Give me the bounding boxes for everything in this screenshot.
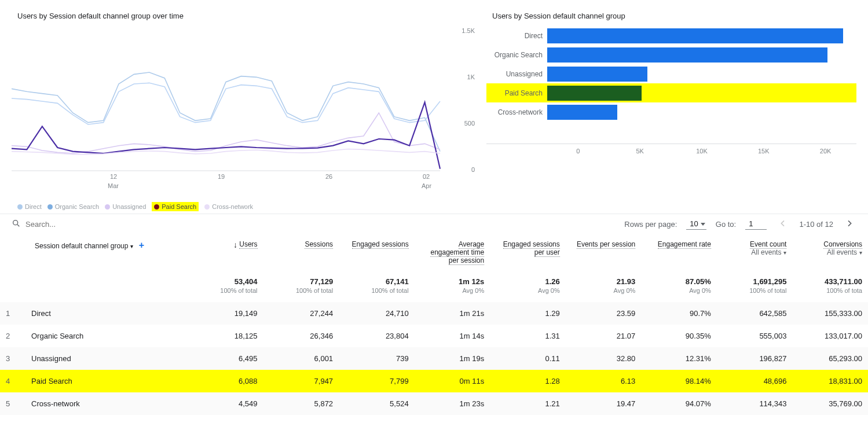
bar-xaxis-tick: 10K <box>671 148 733 155</box>
prev-page-button[interactable] <box>776 219 790 230</box>
y-tick-500: 500 <box>464 120 475 127</box>
goto-label: Go to: <box>716 220 736 229</box>
bar-chart: DirectOrganic SearchUnassignedPaid Searc… <box>486 26 856 155</box>
rows-per-page-select[interactable]: 10 <box>686 219 706 230</box>
line-chart-title: Users by Session default channel group o… <box>17 12 475 20</box>
bar-row-direct[interactable]: Direct <box>486 26 856 45</box>
col-conversions[interactable]: Conversions All events ▾ <box>792 234 868 270</box>
total-eps: 21.93 <box>566 270 642 287</box>
bar-label: Paid Search <box>486 89 547 97</box>
search-icon <box>12 219 21 230</box>
goto-input[interactable]: 1 <box>745 219 767 230</box>
total-users: 53,404 <box>188 270 263 287</box>
bar <box>547 28 843 43</box>
x-tick-02-sub: Apr <box>422 182 431 189</box>
col-engaged-sessions[interactable]: Engaged sessions <box>339 234 415 270</box>
bar-row-organic-search[interactable]: Organic Search <box>486 45 856 64</box>
bar-xaxis-tick: 0 <box>547 148 609 155</box>
total-conv: 433,711.00 <box>792 270 868 287</box>
table-row[interactable]: 2Organic Search18,12526,34623,8041m 14s1… <box>0 325 868 347</box>
table-row[interactable]: 3Unassigned6,4956,0017391m 19s0.1132.801… <box>0 347 868 370</box>
x-tick-12-sub: Mar <box>108 182 119 189</box>
line-chart: 1.5K 1K 500 0 12 Mar 19 26 02 Apr <box>12 26 475 200</box>
bar-label: Cross-network <box>486 108 547 116</box>
line-chart-legend: Direct Organic Search Unassigned Paid Se… <box>12 200 475 211</box>
legend-direct[interactable]: Direct <box>17 203 42 210</box>
bar-label: Direct <box>486 32 547 40</box>
total-rate: 87.05% <box>641 270 717 287</box>
chevron-down-icon: ▾ <box>130 243 133 249</box>
total-ec: 1,691,295 <box>717 270 793 287</box>
table-row[interactable]: 4Paid Search6,0887,9477,7990m 11s1.286.1… <box>0 370 868 392</box>
col-users[interactable]: ↓ Users <box>188 234 263 270</box>
col-engaged-per-user[interactable]: Engaged sessions per user <box>490 234 566 270</box>
legend-organic[interactable]: Organic Search <box>47 203 99 210</box>
add-dimension-button[interactable]: + <box>139 240 144 250</box>
bar <box>547 67 647 82</box>
bar-label: Organic Search <box>486 51 547 59</box>
bar-xaxis-tick: 5K <box>609 148 671 155</box>
total-engaged: 67,141 <box>339 270 415 287</box>
x-tick-19: 19 <box>218 173 225 180</box>
total-avg: 1m 12s <box>415 270 490 287</box>
legend-cross-network[interactable]: Cross-network <box>204 203 253 210</box>
bar <box>547 105 617 120</box>
bar <box>547 86 642 101</box>
search-input[interactable] <box>25 220 123 229</box>
x-tick-12: 12 <box>110 173 117 180</box>
col-event-count[interactable]: Event count All events ▾ <box>717 234 793 270</box>
col-avg-engagement[interactable]: Average engagement time per session <box>415 234 490 270</box>
legend-paid-search[interactable]: Paid Search <box>152 202 199 211</box>
next-page-button[interactable] <box>843 219 856 230</box>
total-epu: 1.26 <box>490 270 566 287</box>
data-table: Session default channel group ▾ + ↓ User… <box>0 234 868 415</box>
x-tick-02: 02 <box>423 173 430 180</box>
bar-row-unassigned[interactable]: Unassigned <box>486 64 856 83</box>
bar-row-cross-network[interactable]: Cross-network <box>486 102 856 122</box>
bar-label: Unassigned <box>486 70 547 78</box>
bar-xaxis-tick: 15K <box>733 148 794 155</box>
y-tick-0: 0 <box>471 166 475 173</box>
bar-row-paid-search[interactable]: Paid Search <box>486 83 856 102</box>
rows-per-page-label: Rows per page: <box>624 220 677 229</box>
table-row[interactable]: 5Cross-network4,5495,8725,5241m 23s1.211… <box>0 392 868 415</box>
y-tick-1500: 1.5K <box>462 27 475 34</box>
x-tick-26: 26 <box>325 173 332 180</box>
legend-unassigned[interactable]: Unassigned <box>105 203 146 210</box>
col-sessions[interactable]: Sessions <box>263 234 339 270</box>
dimension-column-header[interactable]: Session default channel group ▾ + <box>0 234 188 270</box>
col-engagement-rate[interactable]: Engagement rate <box>641 234 717 270</box>
table-row[interactable]: 1Direct19,14927,24424,7101m 21s1.2923.59… <box>0 302 868 325</box>
svg-point-1 <box>13 220 18 225</box>
total-sessions: 77,129 <box>263 270 339 287</box>
y-tick-1000: 1K <box>467 74 475 80</box>
page-range: 1-10 of 12 <box>799 220 833 229</box>
bar-xaxis-tick: 20K <box>794 148 856 155</box>
svg-line-2 <box>17 225 19 226</box>
bar-chart-title: Users by Session default channel group <box>492 12 856 20</box>
bar <box>547 47 827 63</box>
col-events-per-session[interactable]: Events per session <box>566 234 642 270</box>
